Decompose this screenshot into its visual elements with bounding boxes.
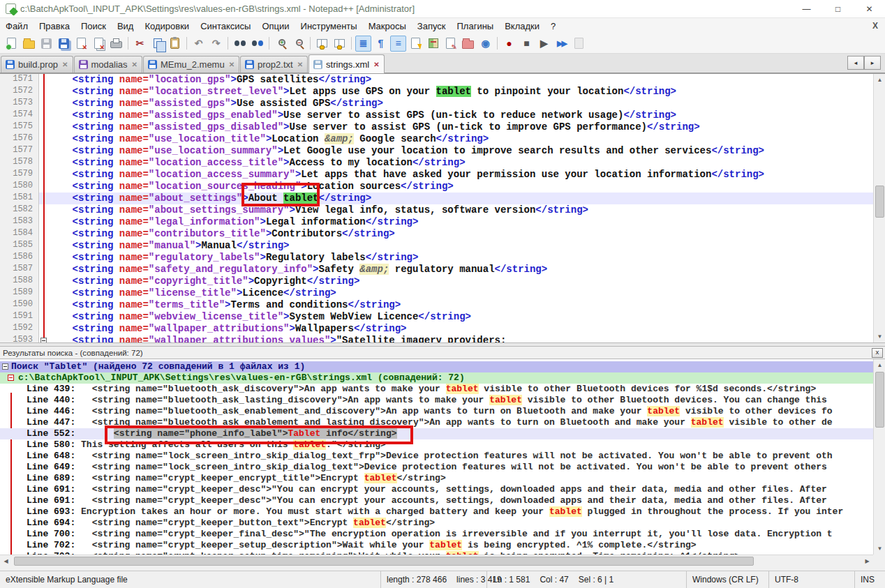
result-row[interactable]: Line 691: <string name="crypt_keeper_des… bbox=[0, 484, 873, 495]
print-button[interactable] bbox=[108, 36, 124, 52]
new-file-button[interactable] bbox=[3, 36, 20, 52]
menu-item-5[interactable]: Синтаксисы bbox=[195, 20, 256, 33]
scroll-down-icon[interactable]: ▼ bbox=[874, 331, 885, 342]
result-row[interactable]: Line 649: <string name="lock_screen_intr… bbox=[0, 462, 873, 473]
menu-item-8[interactable]: Макросы bbox=[363, 20, 412, 33]
macro-run-multiple-button[interactable]: ▶▶ bbox=[553, 36, 570, 52]
macro-record-button[interactable]: ● bbox=[501, 36, 517, 52]
minimize-button[interactable]: — bbox=[791, 0, 822, 17]
redo-button[interactable]: ↷ bbox=[208, 36, 224, 52]
close-button[interactable] bbox=[73, 36, 89, 52]
tab-memu-2-memu[interactable]: MEmu_2.memu✕ bbox=[143, 56, 239, 73]
menu-item-10[interactable]: Плагины bbox=[452, 20, 500, 33]
tab-close-icon[interactable]: ✕ bbox=[132, 61, 137, 68]
tab-prop2-txt[interactable]: prop2.txt✕ bbox=[240, 56, 308, 73]
result-row[interactable]: Line 694: <string name="crypt_keeper_but… bbox=[0, 518, 873, 529]
result-row[interactable]: Line 648: <string name="lock_screen_intr… bbox=[0, 451, 873, 462]
code-line[interactable]: 1575 <string name="assisted_gps_disabled… bbox=[0, 121, 873, 133]
code-line[interactable]: 1574 <string name="assisted_gps_enabled"… bbox=[0, 110, 873, 121]
find-button[interactable] bbox=[232, 36, 248, 52]
tab-close-icon[interactable]: ✕ bbox=[297, 61, 303, 68]
collapse-icon[interactable] bbox=[2, 363, 8, 370]
menu-item-2[interactable]: Поиск bbox=[75, 20, 112, 33]
code-line[interactable]: 1576 <string name="use_location_title">L… bbox=[0, 133, 873, 145]
results-vertical-scrollbar[interactable]: ▲ ▼ bbox=[873, 359, 885, 555]
sync-horizontal-scroll-button[interactable] bbox=[332, 36, 348, 52]
menu-item-7[interactable]: Инструменты bbox=[295, 20, 363, 33]
menu-item-0[interactable]: Файл bbox=[0, 20, 34, 33]
show-all-characters-button[interactable]: ¶ bbox=[373, 36, 389, 52]
undo-button[interactable]: ↶ bbox=[191, 36, 207, 52]
file-monitoring-button[interactable]: ◉ bbox=[477, 36, 493, 52]
menu-item-4[interactable]: Кодировки bbox=[139, 20, 195, 33]
editor-area[interactable]: 1571 <string name="location_gps">GPS sat… bbox=[0, 73, 885, 342]
search-summary-row[interactable]: Поиск "Tablet" (найдено 72 совпадений в … bbox=[0, 361, 873, 372]
open-file-button[interactable] bbox=[21, 36, 37, 52]
result-row[interactable]: Line 580: This setting affects all users… bbox=[0, 439, 873, 451]
editor-scroll-thumb[interactable] bbox=[875, 186, 884, 218]
folder-as-workspace-button[interactable] bbox=[460, 36, 476, 52]
save-button[interactable] bbox=[38, 36, 54, 52]
code-line[interactable]: 1586 <string name="regulatory_labels">Re… bbox=[0, 252, 873, 264]
result-row[interactable]: Line 691: <string name="crypt_keeper_des… bbox=[0, 495, 873, 506]
macro-play-button[interactable]: ▶ bbox=[536, 36, 552, 52]
results-horizontal-scrollbar[interactable]: ◀ ▶ bbox=[0, 555, 873, 566]
document-map-button[interactable] bbox=[425, 36, 441, 52]
tab-close-icon[interactable]: ✕ bbox=[373, 61, 379, 68]
menu-item-11[interactable]: Вкладки bbox=[499, 20, 545, 33]
scroll-left-icon[interactable]: ◀ bbox=[0, 555, 12, 567]
close-button[interactable]: ✕ bbox=[854, 0, 885, 17]
cut-button[interactable]: ✂ bbox=[132, 36, 148, 52]
tab-close-icon[interactable]: ✕ bbox=[62, 61, 68, 68]
editor-vertical-scrollbar[interactable]: ▲ ▼ bbox=[873, 74, 885, 342]
menu-item-9[interactable]: Запуск bbox=[412, 20, 452, 33]
code-line[interactable]: 1587 <string name="safety_and_regulatory… bbox=[0, 264, 873, 276]
scroll-up-icon[interactable]: ▲ bbox=[874, 359, 885, 371]
close-all-button[interactable] bbox=[91, 36, 107, 52]
paste-button[interactable] bbox=[167, 36, 183, 52]
document-switcher-button[interactable] bbox=[442, 36, 459, 52]
collapse-icon[interactable] bbox=[8, 375, 14, 381]
zoom-out-button[interactable]: − bbox=[290, 36, 306, 52]
macro-stop-button[interactable]: ■ bbox=[519, 36, 535, 52]
code-line[interactable]: 1583 <string name="legal_information">Le… bbox=[0, 216, 873, 228]
macro-save-button[interactable] bbox=[571, 36, 587, 52]
code-line[interactable]: 1584 <string name="contributors_title">C… bbox=[0, 228, 873, 240]
code-line[interactable]: 1580 <string name="location_sources_head… bbox=[0, 181, 873, 193]
code-line[interactable]: 1578 <string name="location_access_title… bbox=[0, 157, 873, 169]
copy-button[interactable] bbox=[149, 36, 165, 52]
status-insert-mode[interactable]: INS bbox=[854, 571, 885, 588]
tab-modalias[interactable]: modalias✕ bbox=[74, 56, 142, 73]
function-list-button[interactable] bbox=[408, 36, 424, 52]
show-indent-guide-button[interactable]: ≡ bbox=[390, 36, 406, 52]
code-line[interactable]: 1581 <string name="about_settings">About… bbox=[0, 193, 873, 204]
tab-build-prop[interactable]: build.prop✕ bbox=[1, 56, 73, 73]
code-line[interactable]: 1579 <string name="location_access_summa… bbox=[0, 169, 873, 181]
code-line[interactable]: 1593 <string name="wallpaper_attribution… bbox=[0, 335, 873, 342]
code-line[interactable]: 1588 <string name="copyright_title">Copy… bbox=[0, 276, 873, 287]
results-hscroll-thumb[interactable] bbox=[14, 557, 754, 566]
sync-vertical-scroll-button[interactable] bbox=[314, 36, 330, 52]
scroll-down-icon[interactable]: ▼ bbox=[874, 543, 885, 555]
result-row[interactable]: Line 446: <string name="bluetooth_ask_en… bbox=[0, 406, 873, 417]
menu-item-6[interactable]: Опции bbox=[256, 20, 295, 33]
word-wrap-button[interactable]: ≣ bbox=[355, 36, 371, 52]
code-line[interactable]: 1589 <string name="license_title">Licenc… bbox=[0, 287, 873, 299]
code-line[interactable]: 1573 <string name="assisted_gps">Use ass… bbox=[0, 98, 873, 110]
tab-scroll-left-button[interactable]: ◂ bbox=[847, 56, 864, 70]
replace-button[interactable] bbox=[249, 36, 265, 52]
result-row[interactable]: Line 552: <string name="phone_info_label… bbox=[0, 428, 873, 439]
menu-close-button[interactable]: X bbox=[872, 21, 878, 31]
file-path-row[interactable]: c:\BatchApkTool\_INPUT_APK\Settings\res\… bbox=[0, 372, 873, 384]
result-row[interactable]: Line 689: <string name="crypt_keeper_enc… bbox=[0, 473, 873, 484]
status-eol-format[interactable]: Windows (CR LF) bbox=[686, 571, 768, 588]
code-line[interactable]: 1592 <string name="wallpaper_attribution… bbox=[0, 323, 873, 335]
fold-collapse-icon[interactable] bbox=[40, 338, 47, 342]
code-line[interactable]: 1577 <string name="use_location_summary"… bbox=[0, 145, 873, 157]
result-row[interactable]: Line 700: <string name="crypt_keeper_fin… bbox=[0, 529, 873, 540]
scroll-right-icon[interactable]: ▶ bbox=[861, 555, 873, 567]
code-line[interactable]: 1591 <string name="webview_license_title… bbox=[0, 311, 873, 323]
tab-scroll-right-button[interactable]: ▸ bbox=[864, 56, 881, 70]
result-row[interactable]: Line 702: <string name="crypt_keeper_set… bbox=[0, 540, 873, 551]
code-line[interactable]: 1571 <string name="location_gps">GPS sat… bbox=[0, 74, 873, 86]
